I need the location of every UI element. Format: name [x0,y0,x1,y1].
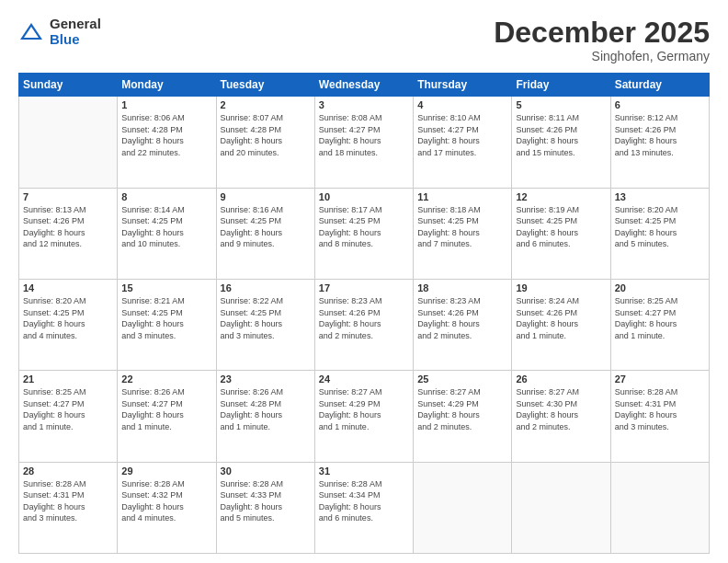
day-info: Sunrise: 8:25 AMSunset: 4:27 PMDaylight:… [23,386,113,432]
logo-general-text: General [50,17,101,32]
table-row: 12Sunrise: 8:19 AMSunset: 4:25 PMDayligh… [512,188,610,279]
day-info: Sunrise: 8:28 AMSunset: 4:34 PMDaylight:… [319,478,409,524]
day-info: Sunrise: 8:13 AMSunset: 4:26 PMDaylight:… [23,204,113,250]
table-row: 25Sunrise: 8:27 AMSunset: 4:29 PMDayligh… [414,371,512,462]
day-number: 30 [221,465,311,477]
day-info: Sunrise: 8:17 AMSunset: 4:25 PMDaylight:… [319,204,409,250]
table-row: 5Sunrise: 8:11 AMSunset: 4:26 PMDaylight… [512,97,610,188]
month-title: December 2025 [494,17,710,49]
table-row: 27Sunrise: 8:28 AMSunset: 4:31 PMDayligh… [610,371,709,462]
day-info: Sunrise: 8:28 AMSunset: 4:33 PMDaylight:… [221,478,311,524]
day-info: Sunrise: 8:21 AMSunset: 4:25 PMDaylight:… [121,295,211,341]
day-number: 24 [319,373,409,385]
day-info: Sunrise: 8:18 AMSunset: 4:25 PMDaylight:… [417,204,507,250]
day-number: 5 [516,99,606,110]
table-row [19,97,118,188]
day-number: 20 [615,282,705,293]
day-number: 21 [23,373,113,385]
day-info: Sunrise: 8:28 AMSunset: 4:32 PMDaylight:… [121,478,211,524]
day-number: 19 [516,282,606,293]
day-number: 2 [221,99,311,110]
day-info: Sunrise: 8:07 AMSunset: 4:28 PMDaylight:… [221,112,311,158]
table-row: 30Sunrise: 8:28 AMSunset: 4:33 PMDayligh… [216,462,314,553]
table-row [610,462,709,553]
table-row: 21Sunrise: 8:25 AMSunset: 4:27 PMDayligh… [19,371,118,462]
week-row-2: 7Sunrise: 8:13 AMSunset: 4:26 PMDaylight… [19,188,710,279]
day-number: 6 [615,99,705,110]
day-number: 8 [121,191,211,202]
table-row: 29Sunrise: 8:28 AMSunset: 4:32 PMDayligh… [118,462,216,553]
day-number: 31 [319,465,409,477]
day-info: Sunrise: 8:27 AMSunset: 4:30 PMDaylight:… [516,386,606,432]
day-number: 16 [221,282,311,293]
day-info: Sunrise: 8:19 AMSunset: 4:25 PMDaylight:… [516,204,606,250]
day-number: 14 [23,282,113,293]
day-number: 15 [121,282,211,293]
table-row: 1Sunrise: 8:06 AMSunset: 4:28 PMDaylight… [118,97,216,188]
day-info: Sunrise: 8:20 AMSunset: 4:25 PMDaylight:… [23,295,113,341]
day-number: 23 [221,373,311,385]
table-row: 22Sunrise: 8:26 AMSunset: 4:27 PMDayligh… [118,371,216,462]
header-friday: Friday [512,74,610,97]
table-row: 26Sunrise: 8:27 AMSunset: 4:30 PMDayligh… [512,371,610,462]
week-row-1: 1Sunrise: 8:06 AMSunset: 4:28 PMDaylight… [19,97,710,188]
table-row: 15Sunrise: 8:21 AMSunset: 4:25 PMDayligh… [118,279,216,370]
table-row: 4Sunrise: 8:10 AMSunset: 4:27 PMDaylight… [414,97,512,188]
day-info: Sunrise: 8:22 AMSunset: 4:25 PMDaylight:… [221,295,311,341]
header-thursday: Thursday [414,74,512,97]
header-tuesday: Tuesday [216,74,314,97]
table-row: 31Sunrise: 8:28 AMSunset: 4:34 PMDayligh… [314,462,413,553]
day-info: Sunrise: 8:20 AMSunset: 4:25 PMDaylight:… [615,204,705,250]
day-info: Sunrise: 8:28 AMSunset: 4:31 PMDaylight:… [23,478,113,524]
day-info: Sunrise: 8:16 AMSunset: 4:25 PMDaylight:… [221,204,311,250]
table-row: 10Sunrise: 8:17 AMSunset: 4:25 PMDayligh… [314,188,413,279]
day-number: 27 [615,373,705,385]
day-number: 9 [221,191,311,202]
header: General Blue December 2025 Singhofen, Ge… [18,17,710,63]
table-row: 9Sunrise: 8:16 AMSunset: 4:25 PMDaylight… [216,188,314,279]
day-number: 4 [417,99,507,110]
day-info: Sunrise: 8:12 AMSunset: 4:26 PMDaylight:… [615,112,705,158]
day-number: 26 [516,373,606,385]
day-number: 3 [319,99,409,110]
week-row-5: 28Sunrise: 8:28 AMSunset: 4:31 PMDayligh… [19,462,710,553]
table-row: 7Sunrise: 8:13 AMSunset: 4:26 PMDaylight… [19,188,118,279]
day-number: 18 [417,282,507,293]
day-info: Sunrise: 8:10 AMSunset: 4:27 PMDaylight:… [417,112,507,158]
day-info: Sunrise: 8:24 AMSunset: 4:26 PMDaylight:… [516,295,606,341]
day-number: 1 [121,99,211,110]
table-row [414,462,512,553]
day-info: Sunrise: 8:23 AMSunset: 4:26 PMDaylight:… [319,295,409,341]
table-row: 23Sunrise: 8:26 AMSunset: 4:28 PMDayligh… [216,371,314,462]
table-row: 14Sunrise: 8:20 AMSunset: 4:25 PMDayligh… [19,279,118,370]
table-row: 6Sunrise: 8:12 AMSunset: 4:26 PMDaylight… [610,97,709,188]
header-monday: Monday [118,74,216,97]
day-number: 10 [319,191,409,202]
logo: General Blue [18,17,101,47]
week-row-3: 14Sunrise: 8:20 AMSunset: 4:25 PMDayligh… [19,279,710,370]
header-sunday: Sunday [19,74,118,97]
day-number: 13 [615,191,705,202]
table-row: 20Sunrise: 8:25 AMSunset: 4:27 PMDayligh… [610,279,709,370]
day-number: 22 [121,373,211,385]
day-number: 7 [23,191,113,202]
week-row-4: 21Sunrise: 8:25 AMSunset: 4:27 PMDayligh… [19,371,710,462]
table-row: 18Sunrise: 8:23 AMSunset: 4:26 PMDayligh… [414,279,512,370]
day-info: Sunrise: 8:08 AMSunset: 4:27 PMDaylight:… [319,112,409,158]
location: Singhofen, Germany [494,49,710,63]
day-info: Sunrise: 8:28 AMSunset: 4:31 PMDaylight:… [615,386,705,432]
table-row: 17Sunrise: 8:23 AMSunset: 4:26 PMDayligh… [314,279,413,370]
table-row: 24Sunrise: 8:27 AMSunset: 4:29 PMDayligh… [314,371,413,462]
day-info: Sunrise: 8:26 AMSunset: 4:27 PMDaylight:… [121,386,211,432]
calendar-table: Sunday Monday Tuesday Wednesday Thursday… [18,73,710,554]
day-number: 25 [417,373,507,385]
day-info: Sunrise: 8:27 AMSunset: 4:29 PMDaylight:… [319,386,409,432]
day-info: Sunrise: 8:25 AMSunset: 4:27 PMDaylight:… [615,295,705,341]
day-number: 11 [417,191,507,202]
table-row: 19Sunrise: 8:24 AMSunset: 4:26 PMDayligh… [512,279,610,370]
day-info: Sunrise: 8:23 AMSunset: 4:26 PMDaylight:… [417,295,507,341]
title-section: December 2025 Singhofen, Germany [494,17,710,63]
table-row: 2Sunrise: 8:07 AMSunset: 4:28 PMDaylight… [216,97,314,188]
logo-blue-text: Blue [50,32,101,48]
day-info: Sunrise: 8:26 AMSunset: 4:28 PMDaylight:… [221,386,311,432]
